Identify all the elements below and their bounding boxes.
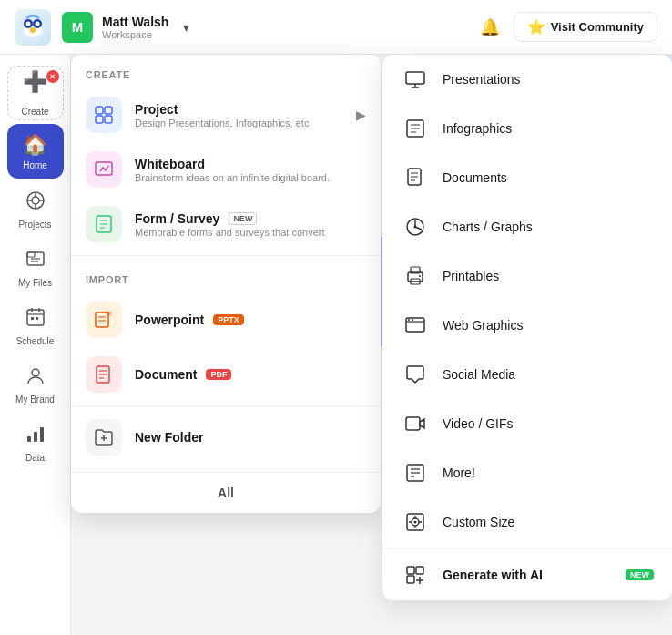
new-folder-icon [86,419,122,456]
social-media-label: Social Media [443,367,515,382]
printables-icon [401,261,430,291]
category-web-graphics[interactable]: Web Graphics [382,301,672,350]
sidebar-item-myfiles[interactable]: My Files [7,241,64,295]
category-presentations[interactable]: Presentations [382,55,672,104]
svg-point-4 [26,21,31,26]
sidebar-label-projects: Projects [18,220,51,230]
svg-rect-21 [31,317,34,320]
svg-rect-80 [407,567,414,574]
divider-1 [71,255,381,256]
new-folder-title: New Folder [135,430,366,445]
powerpoint-title: Powerpoint [135,312,204,327]
form-title: Form / Survey [135,211,219,226]
sidebar-item-mybrand[interactable]: My Brand [7,357,64,412]
form-icon [86,206,122,242]
project-title: Project [135,102,343,117]
documents-label: Documents [443,170,507,185]
svg-rect-29 [96,116,103,123]
category-custom-size[interactable]: Custom Size [382,497,672,547]
generate-ai-label: Generate with AI [443,568,613,582]
document-icon [86,356,122,393]
sidebar: ✕ ➕ Create 🏠 Home Projects [0,55,71,635]
project-arrow: ▶ [356,108,366,122]
svg-point-75 [414,521,417,524]
category-more[interactable]: More! [382,448,672,497]
svg-rect-28 [105,107,112,114]
project-text: Project Design Presentations, Infographi… [135,102,343,128]
svg-rect-24 [27,436,31,442]
svg-rect-27 [96,107,103,114]
whiteboard-icon [86,151,122,188]
workspace-label: Workspace [102,29,168,40]
create-item-whiteboard[interactable]: Whiteboard Brainstorm ideas on an infini… [71,142,381,197]
sidebar-label-schedule: Schedule [16,336,55,346]
pdf-badge: PDF [206,369,231,380]
more-label: More! [443,466,475,480]
app-logo [15,9,51,46]
divider-2 [71,405,381,406]
user-section: M Matt Walsh Workspace ▾ [62,12,189,43]
sidebar-item-projects[interactable]: Projects [7,182,64,237]
create-item-document[interactable]: Document PDF [71,347,381,402]
star-icon: ⭐ [527,18,545,36]
charts-icon [401,212,430,241]
svg-point-6 [30,27,36,33]
project-icon [86,97,122,133]
svg-point-8 [32,197,39,204]
sidebar-item-home[interactable]: 🏠 Home [7,124,64,179]
category-documents[interactable]: Documents [382,153,672,202]
svg-rect-25 [34,432,37,442]
category-charts[interactable]: Charts / Graphs [382,202,672,251]
sidebar-item-create[interactable]: ✕ ➕ Create [7,66,64,120]
infographics-icon [401,114,430,143]
whiteboard-title: Whiteboard [135,157,366,171]
visit-community-label: Visit Community [551,20,644,34]
create-item-new-folder[interactable]: New Folder [71,410,381,465]
category-printables[interactable]: Printables [382,251,672,301]
svg-rect-36 [96,312,108,327]
home-icon: 🏠 [23,133,47,157]
sidebar-item-data[interactable]: Data [7,415,64,470]
category-infographics[interactable]: Infographics [382,104,672,153]
create-section-title: CREATE [71,55,381,87]
projects-icon [25,190,46,216]
svg-point-66 [408,319,410,321]
import-section-title: IMPORT [71,260,381,292]
infographics-label: Infographics [443,121,512,136]
svg-rect-81 [416,567,423,574]
create-item-powerpoint[interactable]: Powerpoint PPTX [71,292,381,347]
schedule-icon [25,307,46,333]
main-content: MODERNPRESENTATION CREATE Project Design… [71,55,672,635]
more-icon [401,458,430,487]
all-tab[interactable]: All [71,472,381,513]
svg-point-63 [419,275,421,277]
whiteboard-text: Whiteboard Brainstorm ideas on an infini… [135,157,366,183]
user-dropdown-icon[interactable]: ▾ [183,20,189,35]
video-gifs-icon [401,409,430,438]
generate-ai-row[interactable]: Generate with AI NEW [382,548,672,600]
create-panel: CREATE Project Design Presentations, Inf… [71,55,381,513]
category-video-gifs[interactable]: Video / GIFs [382,399,672,448]
category-social-media[interactable]: Social Media [382,350,672,399]
user-name: Matt Walsh [102,15,168,29]
data-icon [25,424,46,449]
sidebar-item-schedule[interactable]: Schedule [7,299,64,353]
svg-rect-26 [40,427,44,442]
generate-ai-badge: NEW [626,569,654,580]
printables-label: Printables [443,269,499,283]
create-item-form[interactable]: Form / Survey NEW Memorable forms and su… [71,197,381,251]
web-graphics-icon [401,311,430,340]
project-desc: Design Presentations, Infographics, etc [135,118,343,128]
notification-bell[interactable]: 🔔 [475,13,504,42]
form-new-badge: NEW [229,212,257,225]
new-folder-text: New Folder [135,430,366,445]
category-panel: Presentations Infographics [382,55,672,600]
presentations-icon [401,65,430,94]
visit-community-button[interactable]: ⭐ Visit Community [514,12,657,42]
custom-size-icon [401,507,430,537]
create-item-project[interactable]: Project Design Presentations, Infographi… [71,87,381,142]
powerpoint-icon [86,302,122,338]
all-tab-label: All [218,486,234,500]
svg-point-67 [412,319,413,321]
sidebar-label-data: Data [25,453,45,463]
